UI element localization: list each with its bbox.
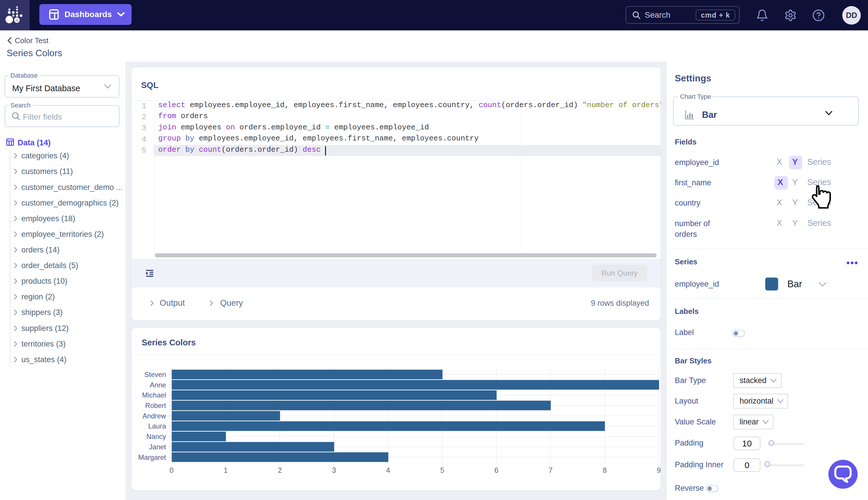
svg-text:5: 5 — [440, 466, 444, 474]
svg-text:3: 3 — [332, 466, 336, 474]
svg-text:Nancy: Nancy — [146, 433, 166, 440]
svg-text:1: 1 — [224, 466, 227, 474]
svg-text:6: 6 — [494, 466, 498, 474]
svg-text:9: 9 — [657, 466, 661, 474]
svg-text:Laura: Laura — [148, 422, 166, 430]
svg-text:Michael: Michael — [142, 391, 166, 399]
svg-text:2: 2 — [278, 466, 282, 474]
svg-text:Margaret: Margaret — [138, 453, 166, 461]
svg-text:Robert: Robert — [145, 401, 166, 409]
svg-text:Anne: Anne — [150, 381, 166, 389]
svg-text:Steven: Steven — [144, 371, 166, 378]
svg-text:Janet: Janet — [149, 443, 166, 451]
svg-text:7: 7 — [548, 466, 552, 474]
svg-text:0: 0 — [169, 466, 174, 474]
svg-text:Andrew: Andrew — [143, 412, 166, 420]
svg-text:4: 4 — [386, 466, 390, 474]
svg-text:8: 8 — [603, 466, 607, 474]
